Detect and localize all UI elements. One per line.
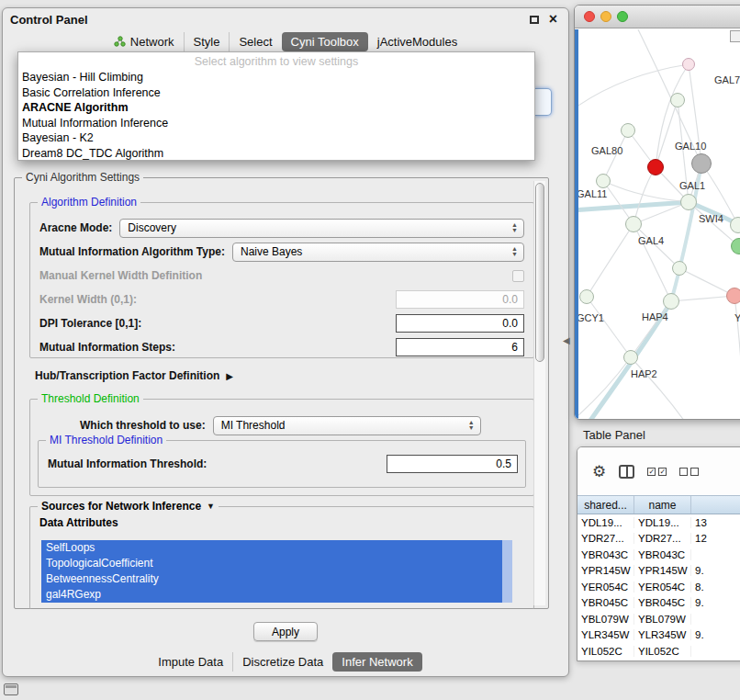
threshold-definition-group: Threshold Definition Which threshold to …: [29, 399, 534, 496]
kernel-width-label: Kernel Width (0,1):: [39, 293, 137, 306]
cell-value: 13: [691, 517, 740, 528]
deselect-all-columns-icon[interactable]: [679, 468, 699, 476]
table-row[interactable]: YDL19... YDL19... 13: [577, 514, 740, 531]
algorithm-select-fragment[interactable]: [534, 88, 552, 116]
tab-infer-network[interactable]: Infer Network: [332, 652, 421, 672]
aracne-mode-row: Aracne Mode: Discovery ▲▼: [39, 216, 524, 240]
network-node-label: GCY1: [578, 312, 604, 323]
apply-button[interactable]: Apply: [253, 622, 318, 641]
network-node[interactable]: [691, 153, 712, 174]
table-row[interactable]: YIL052C YIL052C: [577, 643, 740, 660]
table-row[interactable]: YLR345W YLR345W 9.: [577, 627, 740, 644]
attribute-item[interactable]: TopologicalCoefficient: [41, 556, 502, 571]
tab-jactivemodules[interactable]: jActiveModules: [368, 32, 466, 51]
tab-cyni-toolbox[interactable]: Cyni Toolbox: [282, 32, 368, 51]
panel-splitter-arrow-icon[interactable]: ◀: [563, 335, 570, 345]
network-node[interactable]: [663, 293, 679, 310]
float-window-icon[interactable]: [530, 16, 539, 24]
table-row[interactable]: YBR043C YBR043C: [577, 547, 740, 563]
cell-name: YBR045C: [634, 597, 691, 608]
combo-stepper-icon: ▲▼: [509, 245, 521, 259]
scrollbar-thumb[interactable]: [535, 183, 544, 362]
cell-name: YDR27...: [634, 533, 691, 544]
tab-label: Discretize Data: [242, 655, 323, 669]
gear-icon[interactable]: ⚙: [592, 462, 606, 481]
network-node[interactable]: [621, 123, 635, 138]
algorithm-option[interactable]: Bayesian - K2: [18, 130, 534, 146]
network-node[interactable]: [726, 288, 740, 304]
minimize-traffic-light-icon[interactable]: [600, 11, 611, 22]
table-row[interactable]: YPR145W YPR145W 9.: [577, 563, 740, 580]
sources-group: Sources for Network Inference ▼ Data Att…: [29, 506, 534, 609]
column-header-name[interactable]: name: [634, 496, 691, 514]
mi-type-select[interactable]: Naive Bayes ▲▼: [232, 243, 524, 262]
collapse-arrow-icon[interactable]: ▼: [207, 500, 215, 514]
algorithm-option[interactable]: Mutual Information Inference: [18, 116, 534, 131]
minimized-panel-icon[interactable]: [4, 683, 18, 695]
manual-kernel-checkbox[interactable]: [512, 270, 524, 282]
data-attributes-list[interactable]: SelfLoopsTopologicalCoefficientBetweenne…: [41, 540, 512, 603]
network-node[interactable]: [579, 289, 594, 304]
network-node[interactable]: [596, 174, 611, 188]
network-node[interactable]: [670, 93, 685, 107]
sources-legend[interactable]: Sources for Network Inference ▼: [38, 500, 219, 514]
network-node[interactable]: [682, 58, 695, 71]
cell-shared-name: YLR345W: [577, 629, 634, 640]
attribute-item[interactable]: gal4RGexp: [41, 587, 502, 603]
close-traffic-light-icon[interactable]: [584, 11, 595, 22]
network-node[interactable]: [680, 194, 697, 210]
network-node[interactable]: [623, 350, 638, 365]
table-row[interactable]: YDR27... YDR27... 12: [577, 531, 740, 548]
zoom-traffic-light-icon[interactable]: [617, 11, 628, 22]
which-threshold-select[interactable]: MI Threshold ▲▼: [213, 416, 481, 435]
dpi-tolerance-field[interactable]: 0.0: [396, 314, 524, 333]
network-window-titlebar[interactable]: [575, 6, 740, 28]
checked-box-icon: ✓: [658, 468, 667, 476]
expand-arrow-icon[interactable]: ▶: [226, 371, 233, 381]
column-header-partial[interactable]: [691, 496, 740, 514]
tab-label: Select: [239, 35, 272, 49]
attribute-item[interactable]: BetweennessCentrality: [41, 571, 502, 587]
table-row[interactable]: YBR045C YBR045C 9.: [577, 595, 740, 612]
mi-steps-field[interactable]: 6: [396, 338, 524, 356]
network-node[interactable]: [672, 261, 687, 276]
column-header-shared-name[interactable]: shared...: [577, 496, 634, 514]
tab-style[interactable]: Style: [184, 32, 230, 51]
aracne-mode-select[interactable]: Discovery ▲▼: [119, 219, 524, 238]
column-selector-icon[interactable]: [619, 465, 634, 479]
control-panel-tabs: Network Style Select Cyni Toolbox jActiv…: [3, 30, 568, 52]
mi-type-row: Mutual Information Algorithm Type: Naive…: [39, 240, 524, 264]
table-row[interactable]: YER054C YER054C 8.: [577, 579, 740, 595]
network-node-label: SWI4: [699, 213, 723, 224]
tab-impute-data[interactable]: Impute Data: [149, 652, 232, 672]
network-canvas[interactable]: GAL7GAL80GAL10GAL11GAL1SWI4GAL4GCY1HAP4Y…: [578, 29, 740, 419]
list-scrollbar[interactable]: [502, 540, 512, 603]
algorithm-option[interactable]: ARACNE Algorithm: [18, 100, 534, 116]
algorithm-option[interactable]: Dream8 DC_TDC Algorithm: [18, 146, 534, 162]
table-row[interactable]: YBL079W YBL079W: [577, 611, 740, 627]
network-node[interactable]: [647, 159, 664, 175]
cell-name: YPR145W: [634, 565, 691, 576]
window-buttons: ×: [530, 14, 557, 25]
hub-definition-toggle[interactable]: Hub/Transcription Factor Definition ▶: [35, 367, 233, 384]
settings-scrollbar[interactable]: [533, 181, 545, 605]
control-panel-titlebar[interactable]: Control Panel ×: [3, 8, 568, 30]
close-icon[interactable]: ×: [549, 14, 557, 25]
mi-threshold-field[interactable]: 0.5: [387, 455, 518, 473]
checked-box-icon: ✓: [647, 468, 656, 476]
select-all-columns-icon[interactable]: ✓ ✓: [647, 468, 667, 476]
tab-network[interactable]: Network: [105, 32, 184, 51]
algorithm-options: Bayesian - Hill Climbing Basic Correlati…: [18, 70, 534, 161]
unchecked-box-icon: [679, 468, 688, 476]
tab-select[interactable]: Select: [229, 32, 281, 51]
attribute-item[interactable]: SelfLoops: [41, 540, 502, 556]
network-node[interactable]: [625, 216, 642, 232]
tab-label: Impute Data: [158, 655, 223, 669]
mi-threshold-value: 0.5: [496, 457, 511, 470]
mi-steps-label: Mutual Information Steps:: [39, 341, 175, 354]
algorithm-option[interactable]: Bayesian - Hill Climbing: [18, 70, 534, 85]
network-node[interactable]: [730, 217, 740, 233]
algorithm-option[interactable]: Basic Correlation Inference: [18, 85, 534, 101]
tab-discretize-data[interactable]: Discretize Data: [232, 652, 332, 672]
which-threshold-value: MI Threshold: [221, 419, 480, 432]
